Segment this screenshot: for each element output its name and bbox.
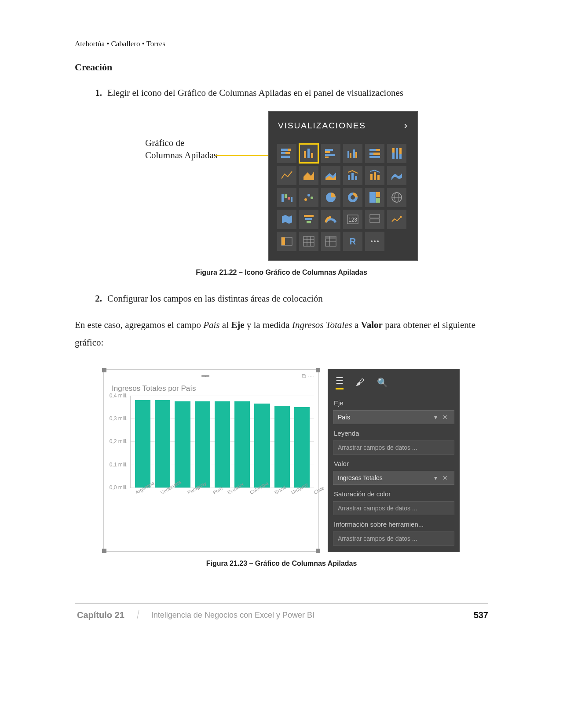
visualizations-panel: VISUALIZACIONES › [268, 111, 418, 261]
step-1: 1. Elegir el icono del Gráfico de Column… [92, 86, 488, 100]
field-pill-ingresos[interactable]: Ingresos Totales▾ ✕ [333, 471, 454, 485]
figure-21-22: Gráfico de Columnas Apiladas VISUALIZACI… [75, 111, 488, 261]
ribbon-chart-icon[interactable] [387, 166, 406, 185]
visual-options-icon[interactable]: ⧉ ⋯ [302, 372, 314, 380]
svg-rect-56 [370, 215, 380, 218]
svg-rect-60 [282, 237, 285, 245]
kpi-icon[interactable] [387, 210, 406, 229]
area-chart-icon[interactable] [299, 166, 318, 185]
page-footer: Capítulo 21 Inteligencia de Negocios con… [75, 603, 488, 620]
step-2: 2. Configurar los campos en las distinta… [92, 292, 488, 306]
svg-rect-29 [348, 175, 350, 180]
field-drop-zone[interactable]: Arrastrar campos de datos ... [333, 440, 454, 455]
svg-rect-61 [303, 237, 314, 246]
page-number: 537 [474, 610, 488, 620]
pill-remove-icon[interactable]: ▾ ✕ [434, 474, 450, 481]
matrix-icon[interactable] [321, 232, 340, 251]
svg-rect-0 [281, 149, 288, 151]
funnel-icon[interactable] [299, 210, 318, 229]
hundred-stacked-column-icon[interactable] [387, 144, 406, 163]
svg-rect-13 [350, 153, 351, 158]
field-well-label: Información sobre herramien... [334, 521, 453, 528]
svg-rect-4 [281, 156, 290, 158]
resize-handle-icon[interactable] [316, 368, 320, 372]
svg-point-44 [351, 195, 355, 200]
waterfall-icon[interactable] [277, 188, 296, 207]
map-icon[interactable] [387, 188, 406, 207]
svg-rect-17 [376, 149, 380, 151]
drag-handle-icon[interactable]: ══ [201, 372, 208, 379]
svg-rect-5 [304, 151, 306, 158]
chart-bar [155, 400, 170, 488]
stacked-column-icon[interactable] [299, 144, 318, 163]
y-axis-tick: 0,4 mill. [106, 393, 128, 399]
more-visuals-icon[interactable] [365, 232, 384, 251]
svg-rect-37 [288, 197, 290, 200]
step-text: Configurar los campos en las distintas á… [107, 292, 323, 306]
fields-panel: ☰ 🖌 🔍 Eje País▾ ✕ Leyenda Arrastrar camp… [328, 369, 460, 552]
expand-chevron-icon[interactable]: › [404, 120, 408, 131]
resize-handle-icon[interactable] [102, 368, 106, 372]
y-axis-tick: 0,3 mill. [106, 415, 128, 422]
field-well-label: Saturación de color [334, 490, 453, 498]
r-visual-icon[interactable]: R [343, 232, 362, 251]
svg-rect-10 [325, 154, 335, 156]
y-axis-tick: 0,0 mill. [106, 484, 128, 491]
gauge-icon[interactable] [321, 210, 340, 229]
clustered-bar-icon[interactable] [321, 144, 340, 163]
treemap-icon[interactable] [365, 188, 384, 207]
figure-21-22-caption: Figura 21.22 – Icono Gráfico de Columnas… [75, 269, 488, 277]
field-well-label: Leyenda [334, 430, 453, 437]
svg-rect-47 [376, 198, 380, 203]
svg-rect-45 [369, 192, 376, 203]
scatter-icon[interactable] [299, 188, 318, 207]
y-axis-tick: 0,1 mill. [106, 462, 128, 468]
stacked-area-icon[interactable] [321, 166, 340, 185]
stacked-bar-icon[interactable] [277, 144, 296, 163]
svg-rect-32 [370, 174, 373, 180]
clustered-column-icon[interactable] [343, 144, 362, 163]
svg-rect-38 [291, 197, 292, 202]
svg-rect-12 [347, 151, 349, 158]
authors-line: Atehortúa • Caballero • Torres [75, 40, 488, 48]
table-icon[interactable] [299, 232, 318, 251]
svg-point-39 [304, 198, 307, 201]
svg-rect-34 [377, 175, 380, 180]
pill-remove-icon[interactable]: ▾ ✕ [434, 414, 450, 421]
pie-chart-icon[interactable] [321, 188, 340, 207]
chart-visual[interactable]: ══ ⧉ ⋯ Ingresos Totales por País 0,4 mil… [103, 369, 319, 552]
svg-rect-35 [282, 194, 284, 202]
svg-rect-2 [281, 152, 285, 154]
combo-chart-icon[interactable] [343, 166, 362, 185]
field-well-label: Valor [334, 460, 453, 467]
chart-bar [254, 404, 270, 488]
filled-map-icon[interactable] [277, 210, 296, 229]
panel-title: VISUALIZACIONES [278, 121, 366, 131]
chart-bar [175, 401, 190, 488]
slicer-icon[interactable] [277, 232, 296, 251]
svg-rect-6 [307, 149, 310, 158]
visualization-icon-grid: 123 R [277, 144, 409, 251]
svg-rect-53 [307, 221, 311, 223]
field-well-label: Eje [334, 399, 453, 407]
combo-stacked-icon[interactable] [365, 166, 384, 185]
svg-rect-46 [376, 192, 380, 197]
svg-rect-57 [370, 219, 380, 222]
svg-rect-36 [285, 194, 287, 198]
fields-tab-icon[interactable]: ☰ [336, 375, 344, 389]
field-pill-pais[interactable]: País▾ ✕ [333, 410, 454, 424]
multirow-card-icon[interactable] [365, 210, 384, 229]
field-drop-zone[interactable]: Arrastrar campos de datos ... [333, 501, 454, 515]
field-drop-zone[interactable]: Arrastrar campos de datos ... [333, 531, 454, 546]
hundred-stacked-bar-icon[interactable] [365, 144, 384, 163]
card-icon[interactable]: 123 [343, 210, 362, 229]
donut-chart-icon[interactable] [343, 188, 362, 207]
resize-handle-icon[interactable] [102, 549, 106, 553]
chart-bar [274, 406, 290, 487]
resize-handle-icon[interactable] [316, 549, 320, 553]
svg-point-72 [374, 240, 376, 242]
format-tab-icon[interactable]: 🖌 [356, 377, 365, 387]
line-chart-icon[interactable] [277, 166, 296, 185]
svg-rect-19 [373, 153, 380, 155]
analytics-tab-icon[interactable]: 🔍 [377, 377, 388, 388]
